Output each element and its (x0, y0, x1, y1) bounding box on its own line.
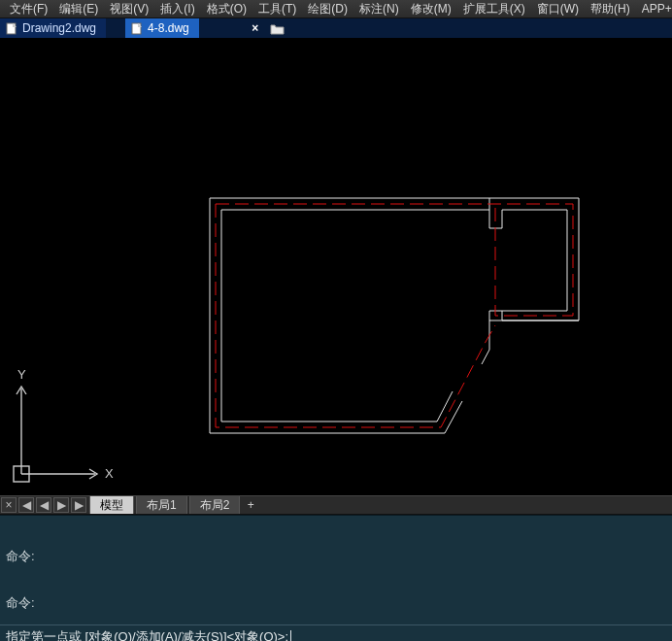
layout-tab-layout1[interactable]: 布局1 (136, 496, 187, 514)
layout-tab-model[interactable]: 模型 (89, 496, 134, 514)
menu-bar: 文件(F) 编辑(E) 视图(V) 插入(I) 格式(O) 工具(T) 绘图(D… (0, 0, 672, 18)
menu-dim[interactable]: 标注(N) (353, 0, 405, 18)
menu-help[interactable]: 帮助(H) (585, 0, 636, 18)
document-tab-label: 4-8.dwg (148, 21, 189, 35)
menu-view[interactable]: 视图(V) (104, 0, 154, 18)
command-history-line: 命令: (6, 549, 666, 564)
command-prompt: 指定第一点或 [对象(O)/添加(A)/减去(S)]<对象(O)>: (6, 628, 288, 641)
drawing-area[interactable]: X Y (0, 39, 672, 495)
dwg-file-icon (131, 22, 144, 35)
command-input[interactable]: 指定第一点或 [对象(O)/添加(A)/减去(S)]<对象(O)>: (0, 624, 672, 641)
menu-edit[interactable]: 编辑(E) (53, 0, 104, 18)
ucs-y-label: Y (17, 367, 26, 382)
layout-nav-last[interactable]: ▶ (71, 497, 86, 513)
command-history-line: 命令: (6, 595, 666, 611)
layout-nav-prev[interactable]: ◀ (36, 497, 51, 513)
dwg-file-icon (6, 22, 18, 35)
menu-insert[interactable]: 插入(I) (154, 0, 200, 18)
folder-open-icon (270, 22, 286, 35)
menu-express[interactable]: 扩展工具(X) (457, 0, 531, 18)
menu-format[interactable]: 格式(O) (201, 0, 252, 18)
command-history[interactable]: 命令: 命令: 命令: AREA 指定第一点或 [对象(O)/添加(A)/减去(… (0, 515, 672, 624)
menu-tools[interactable]: 工具(T) (252, 0, 302, 18)
document-tab-active[interactable]: 4-8.dwg (125, 18, 199, 38)
menu-modify[interactable]: 修改(M) (405, 0, 457, 18)
layout-tab-bar: × ◀ ◀ ▶ ▶ 模型 布局1 布局2 + (0, 495, 672, 515)
layout-nav-first[interactable]: ◀ (18, 497, 34, 513)
open-file-button[interactable] (267, 19, 288, 37)
menu-draw[interactable]: 绘图(D) (302, 0, 353, 18)
document-tab-inactive[interactable]: Drawing2.dwg (0, 18, 106, 38)
ucs-x-label: X (105, 466, 114, 481)
close-command-window-button[interactable]: × (1, 497, 17, 513)
layout-nav-next[interactable]: ▶ (53, 497, 69, 513)
layout-tab-add-button[interactable]: + (244, 498, 257, 512)
layout-tab-layout2[interactable]: 布局2 (189, 496, 241, 514)
document-tab-label: Drawing2.dwg (22, 21, 96, 35)
menu-file[interactable]: 文件(F) (4, 0, 53, 18)
menu-window[interactable]: 窗口(W) (531, 0, 585, 18)
ucs-icon: X Y (8, 361, 115, 488)
document-tab-bar: Drawing2.dwg 4-8.dwg × (0, 18, 672, 39)
menu-app[interactable]: APP+ (636, 1, 672, 17)
text-cursor (290, 630, 291, 641)
document-tab-close-button[interactable]: × (248, 21, 263, 35)
